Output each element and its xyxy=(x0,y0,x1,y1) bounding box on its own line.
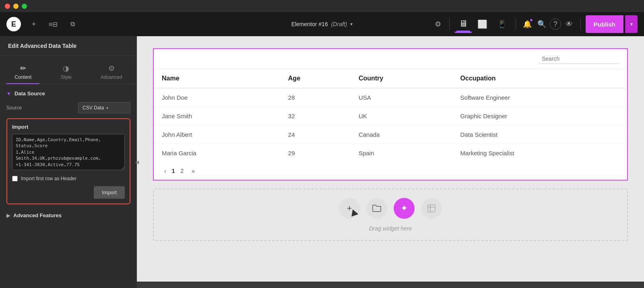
table-cell: 29 xyxy=(280,144,351,163)
table-search-input[interactable] xyxy=(539,54,619,64)
table-search-row xyxy=(154,49,627,69)
elementor-title: Elementor #16 xyxy=(291,21,328,27)
import-header-label: Import first row as Header xyxy=(21,176,76,181)
import-textarea[interactable]: ID,Name,Age,Country,Email,Phone, Status,… xyxy=(12,134,125,170)
sidebar: Edit Advanced Data Table ✏ Content ◑ Sty… xyxy=(0,36,137,288)
table-cell: John Doe xyxy=(154,88,280,107)
traffic-light-red[interactable] xyxy=(5,4,10,9)
table-cell: Data Scientist xyxy=(452,125,627,144)
tab-content[interactable]: ✏ Content xyxy=(6,61,39,84)
table-cell: USA xyxy=(351,88,452,107)
pagination-next[interactable]: » xyxy=(189,167,197,175)
search-nav-icon[interactable]: 🔍 xyxy=(535,18,548,31)
notification-icon[interactable]: 🔔 xyxy=(521,18,534,31)
template-button xyxy=(421,198,442,219)
data-source-section-header[interactable]: ▼ Data Source xyxy=(6,91,130,97)
add-element-button[interactable]: + xyxy=(27,18,40,31)
source-select-arrow: ▾ xyxy=(106,106,108,110)
advanced-tab-icon: ⚙ xyxy=(108,64,115,73)
table-row: John Doe28USASoftware Engineer xyxy=(154,88,627,107)
pagination-page-2[interactable]: 2 xyxy=(178,167,186,175)
table-cell: Jane Smith xyxy=(154,107,280,125)
advanced-tab-label: Advanced xyxy=(101,74,122,80)
style-tab-label: Style xyxy=(61,74,72,80)
source-row: Source CSV Data ▾ xyxy=(6,102,130,113)
canvas: Name Age Country Occupation John Doe28US… xyxy=(137,36,644,288)
source-select[interactable]: CSV Data ▾ xyxy=(78,102,130,113)
advanced-features-label: Advanced Features xyxy=(13,212,62,218)
document-title[interactable]: Elementor #16 (Draft) ▾ xyxy=(291,21,353,27)
help-icon[interactable]: ? xyxy=(550,19,561,30)
import-header-checkbox[interactable] xyxy=(12,176,18,181)
publish-dropdown-button[interactable]: ▾ xyxy=(625,15,638,33)
table-cell: 28 xyxy=(280,88,351,107)
table-header-row: Name Age Country Occupation xyxy=(154,69,627,88)
data-source-arrow-icon: ▼ xyxy=(6,91,11,97)
sidebar-resize-handle[interactable]: ◀ xyxy=(135,36,138,288)
table-header-country: Country xyxy=(351,69,452,88)
svg-rect-1 xyxy=(428,207,435,208)
table-row: Jane Smith32UKGraphic Designer xyxy=(154,107,627,125)
nav-separator-1 xyxy=(449,18,450,30)
sidebar-content: ▼ Data Source Source CSV Data ▾ Import I… xyxy=(0,84,137,288)
sidebar-tabs: ✏ Content ◑ Style ⚙ Advanced xyxy=(0,56,137,84)
top-nav: E + ≡⊟ ⧉ Elementor #16 (Draft) ▾ ⚙ 🖥 ⬜ 📱… xyxy=(0,12,644,36)
settings-icon[interactable]: ⚙ xyxy=(431,18,444,31)
add-widget-button[interactable]: + xyxy=(339,198,360,219)
tablet-view-button[interactable]: ⬜ xyxy=(474,15,491,33)
import-btn-row: Import xyxy=(12,186,125,199)
style-tab-icon: ◑ xyxy=(63,64,69,73)
traffic-light-yellow[interactable] xyxy=(13,4,19,9)
import-section: Import ID,Name,Age,Country,Email,Phone, … xyxy=(6,118,130,204)
publish-button[interactable]: Publish xyxy=(586,15,623,33)
nav-left: E + ≡⊟ ⧉ xyxy=(6,17,79,31)
table-cell: Maria Garcia xyxy=(154,144,280,163)
title-bar xyxy=(0,0,644,12)
draft-label: (Draft) xyxy=(331,21,347,27)
table-cell: UK xyxy=(351,107,452,125)
tab-advanced[interactable]: ⚙ Advanced xyxy=(93,61,130,84)
import-label: Import xyxy=(12,124,125,130)
tab-style[interactable]: ◑ Style xyxy=(53,61,80,84)
traffic-light-green[interactable] xyxy=(22,4,27,9)
elementor-logo[interactable]: E xyxy=(6,17,21,31)
drag-widget-text: Drag widget here xyxy=(369,225,412,232)
nav-separator-3 xyxy=(580,18,581,30)
mobile-view-button[interactable]: 📱 xyxy=(493,15,511,33)
folder-button[interactable] xyxy=(366,198,387,219)
svg-rect-2 xyxy=(430,205,431,212)
drop-zone: + ✦ Drag widget here xyxy=(153,189,628,241)
source-label: Source xyxy=(6,105,22,111)
advanced-features-arrow-icon: ▶ xyxy=(6,213,10,218)
table-cell: Software Engineer xyxy=(452,88,627,107)
table-row: John Albert24CanadaData Scientist xyxy=(154,125,627,144)
content-tab-icon: ✏ xyxy=(20,64,26,73)
preview-icon[interactable]: 👁 xyxy=(563,18,576,31)
table-cell: Canada xyxy=(351,125,452,144)
ai-button[interactable]: ✦ xyxy=(394,198,415,219)
desktop-view-button[interactable]: 🖥 xyxy=(454,15,472,33)
main-layout: Edit Advanced Data Table ✏ Content ◑ Sty… xyxy=(0,36,644,288)
table-cell: Spain xyxy=(351,144,452,163)
pagination-prev[interactable]: ‹ xyxy=(162,167,169,175)
table-pagination: ‹ 1 2 » xyxy=(154,162,627,180)
advanced-features-header[interactable]: ▶ Advanced Features xyxy=(6,212,130,218)
data-source-label: Data Source xyxy=(14,91,45,97)
import-checkbox-row: Import first row as Header xyxy=(12,176,125,181)
table-cell: 24 xyxy=(280,125,351,144)
table-cell: 32 xyxy=(280,107,351,125)
table-header-occupation: Occupation xyxy=(452,69,627,88)
source-select-value: CSV Data xyxy=(83,105,104,111)
sidebar-title: Edit Advanced Data Table xyxy=(0,36,137,56)
nav-separator-2 xyxy=(516,18,516,30)
data-table: Name Age Country Occupation John Doe28US… xyxy=(154,69,627,162)
pagination-page-1[interactable]: 1 xyxy=(172,168,175,174)
import-button[interactable]: Import xyxy=(94,186,125,199)
responsive-mode-button[interactable]: ≡⊟ xyxy=(47,18,60,31)
content-tab-label: Content xyxy=(14,74,31,80)
layers-button[interactable]: ⧉ xyxy=(66,18,79,31)
nav-right: ⚙ 🖥 ⬜ 📱 🔔 🔍 ? 👁 Publish ▾ xyxy=(431,15,638,33)
bottom-scrollbar[interactable] xyxy=(137,282,644,288)
title-arrow-icon: ▾ xyxy=(350,21,353,27)
resize-arrow-icon: ◀ xyxy=(135,159,139,165)
